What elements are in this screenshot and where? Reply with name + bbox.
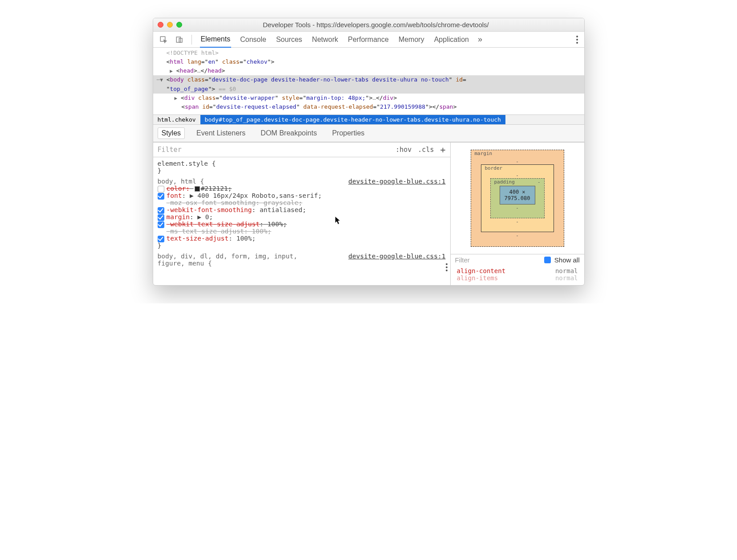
decl-webkit-smoothing[interactable]: -webkit-font-smoothing: antialiased; bbox=[158, 206, 446, 213]
prop-value: normal bbox=[555, 267, 578, 274]
new-rule-icon[interactable]: + bbox=[440, 144, 445, 155]
rule-body-div[interactable]: body, div, dl, dd, form, img, input, dev… bbox=[158, 253, 446, 267]
dom-doctype[interactable]: <!DOCTYPE html> bbox=[157, 49, 581, 57]
tab-elements[interactable]: Elements bbox=[200, 32, 232, 48]
titlebar: Developer Tools - https://developers.goo… bbox=[153, 18, 584, 32]
subtab-event-listeners[interactable]: Event Listeners bbox=[193, 128, 249, 139]
crumb-body[interactable]: body#top_of_page.devsite-doc-page.devsit… bbox=[200, 115, 505, 124]
computed-filter-input[interactable]: Filter bbox=[455, 256, 470, 264]
main-toolbar: Elements Console Sources Network Perform… bbox=[153, 32, 584, 48]
zoom-icon[interactable] bbox=[176, 22, 182, 28]
traffic-lights bbox=[158, 22, 182, 28]
crumb-html[interactable]: html.chekov bbox=[153, 115, 200, 124]
element-style-open: element.style { bbox=[158, 160, 446, 167]
tab-memory[interactable]: Memory bbox=[398, 32, 425, 47]
kebab-menu-icon[interactable] bbox=[576, 36, 578, 44]
subtab-properties[interactable]: Properties bbox=[329, 128, 368, 139]
computed-row[interactable]: align-items normal bbox=[457, 274, 578, 282]
dash: - bbox=[516, 233, 519, 238]
checkbox-icon[interactable] bbox=[158, 207, 164, 214]
source-link[interactable]: devsite-google-blue.css:1 bbox=[348, 253, 445, 260]
decl-color[interactable]: color: #212121; bbox=[158, 185, 446, 192]
svg-rect-1 bbox=[176, 37, 180, 42]
lower-split: Filter :hov .cls + element.style { } bod… bbox=[153, 142, 584, 285]
subtab-dom-breakpoints[interactable]: DOM Breakpoints bbox=[257, 128, 320, 139]
dom-div[interactable]: ▶ <div class="devsite-wrapper" style="ma… bbox=[157, 94, 581, 102]
prop-value: normal bbox=[555, 274, 578, 282]
prop-name: align-content bbox=[457, 267, 506, 274]
checkbox-icon[interactable] bbox=[158, 214, 164, 221]
checkbox-icon[interactable] bbox=[158, 193, 164, 200]
rule-selector[interactable]: body, html { bbox=[158, 178, 204, 185]
tab-sources[interactable]: Sources bbox=[275, 32, 303, 47]
label-padding: padding bbox=[494, 179, 515, 185]
computed-pane: margin - border - padding - 400 × 7975.0… bbox=[451, 143, 584, 285]
styles-filter-bar: Filter :hov .cls + bbox=[153, 143, 450, 157]
dash: - bbox=[516, 172, 519, 178]
tab-network[interactable]: Network bbox=[311, 32, 339, 47]
styles-subtabs: Styles Event Listeners DOM Breakpoints P… bbox=[153, 125, 584, 142]
checkbox-icon[interactable] bbox=[158, 236, 164, 242]
label-margin: margin bbox=[475, 151, 493, 156]
cls-toggle[interactable]: .cls bbox=[418, 146, 434, 154]
computed-filter-bar: Filter Show all bbox=[451, 254, 584, 266]
decl-ms-text-size[interactable]: -ms-text-size-adjust: 100%; bbox=[158, 228, 446, 235]
divider bbox=[191, 35, 192, 45]
rule-menu-icon[interactable] bbox=[446, 263, 448, 271]
box-content[interactable]: 400 × 7975.080 bbox=[500, 186, 535, 204]
styles-rules[interactable]: element.style { } body, html { devsite-g… bbox=[153, 157, 450, 274]
box-model[interactable]: margin - border - padding - 400 × 7975.0… bbox=[451, 143, 584, 254]
label-border: border bbox=[485, 165, 503, 171]
dash: - bbox=[516, 205, 519, 211]
brace-close: } bbox=[158, 167, 446, 174]
computed-row[interactable]: align-content normal bbox=[457, 267, 578, 274]
devtools-window: Developer Tools - https://developers.goo… bbox=[153, 18, 585, 286]
brace-close: } bbox=[158, 242, 446, 249]
rule-selector[interactable]: body, div, dl, dd, form, img, input, bbox=[158, 253, 297, 260]
close-icon[interactable] bbox=[158, 22, 163, 28]
dash: - bbox=[516, 159, 519, 164]
select-element-icon[interactable] bbox=[159, 36, 167, 44]
decl-moz-smoothing[interactable]: -moz-osx-font-smoothing: grayscale; bbox=[158, 199, 446, 206]
dom-html[interactable]: <html lang="en" class="chekov"> bbox=[157, 57, 581, 66]
source-link[interactable]: devsite-google-blue.css:1 bbox=[348, 178, 445, 185]
show-all-label[interactable]: Show all bbox=[554, 256, 580, 264]
tab-application[interactable]: Application bbox=[433, 32, 470, 47]
filter-input[interactable]: Filter bbox=[158, 146, 182, 154]
breadcrumb: html.chekov body#top_of_page.devsite-doc… bbox=[153, 114, 584, 125]
dom-body-selected[interactable]: ⋯▼ <body class="devsite-doc-page devsite… bbox=[153, 75, 584, 93]
decl-margin[interactable]: margin: ▶ 0; bbox=[158, 213, 446, 221]
minimize-icon[interactable] bbox=[167, 22, 173, 28]
styles-pane: Filter :hov .cls + element.style { } bod… bbox=[153, 143, 451, 285]
device-toggle-icon[interactable] bbox=[175, 36, 183, 44]
hov-toggle[interactable]: :hov bbox=[395, 146, 411, 154]
show-all-checkbox[interactable] bbox=[544, 257, 551, 263]
decl-webkit-text-size[interactable]: -webkit-text-size-adjust: 100%; bbox=[158, 221, 446, 228]
tab-console[interactable]: Console bbox=[239, 32, 267, 47]
rule-body-html[interactable]: body, html { devsite-google-blue.css:1 c… bbox=[158, 178, 446, 249]
prop-name: align-items bbox=[457, 274, 498, 282]
rule-selector-cont[interactable]: figure, menu { bbox=[158, 260, 446, 267]
element-style-rule[interactable]: element.style { } bbox=[158, 160, 446, 174]
dom-head[interactable]: ▶ <head>…</head> bbox=[157, 66, 581, 75]
window-title: Developer Tools - https://developers.goo… bbox=[190, 21, 580, 29]
computed-list[interactable]: align-content normal align-items normal bbox=[451, 266, 584, 285]
checkbox-icon[interactable] bbox=[158, 221, 164, 228]
tab-performance[interactable]: Performance bbox=[347, 32, 390, 47]
more-tabs-icon[interactable]: » bbox=[478, 35, 482, 44]
dash: - bbox=[537, 179, 541, 185]
dom-span[interactable]: <span id="devsite-request-elapsed" data-… bbox=[157, 102, 581, 111]
dash: - bbox=[516, 219, 519, 225]
subtab-styles[interactable]: Styles bbox=[158, 127, 185, 139]
dom-tree[interactable]: <!DOCTYPE html> <html lang="en" class="c… bbox=[153, 48, 584, 114]
color-swatch-icon[interactable] bbox=[195, 186, 200, 192]
checkbox-icon[interactable] bbox=[158, 186, 164, 192]
decl-text-size-adjust[interactable]: text-size-adjust: 100%; bbox=[158, 235, 446, 242]
decl-font[interactable]: font: ▶ 400 16px/24px Roboto,sans-serif; bbox=[158, 192, 446, 199]
